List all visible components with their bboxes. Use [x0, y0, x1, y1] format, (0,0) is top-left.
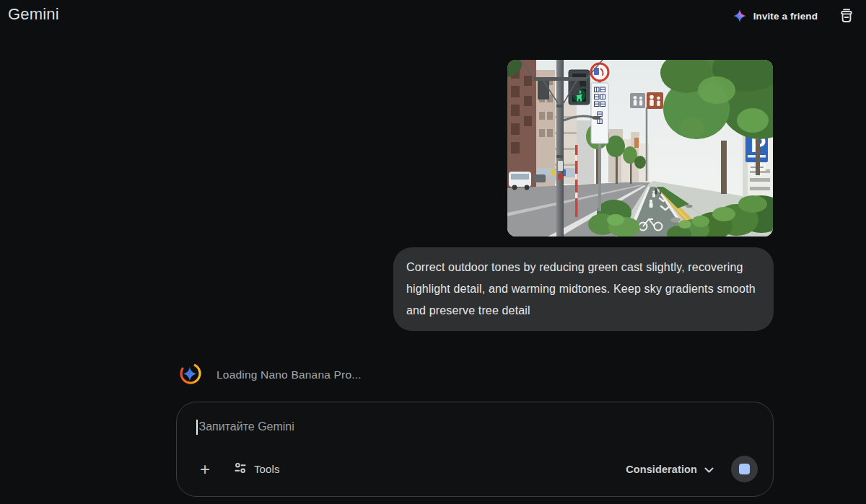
header: Gemini	[0, 0, 866, 32]
invite-a-friend-label: Invite a friend	[753, 11, 818, 22]
composer-toolbar: + Tools Consideration	[196, 456, 758, 482]
prompt-input-area	[196, 417, 756, 436]
archive-icon[interactable]	[838, 7, 855, 25]
sliders-icon	[234, 461, 247, 477]
chevron-down-icon	[704, 463, 714, 476]
street-photo-illustration: P	[507, 60, 773, 236]
header-actions: Invite a friend	[732, 0, 855, 32]
prompt-input[interactable]	[199, 418, 756, 436]
model-selector[interactable]: Consideration	[624, 460, 715, 479]
loading-spinner-icon	[179, 362, 202, 388]
model-loading-status: Loading Nano Banana Pro...	[179, 363, 362, 386]
invite-a-friend-button[interactable]: Invite a friend	[732, 9, 818, 23]
model-selector-label: Consideration	[626, 464, 697, 475]
composer-toolbar-left: + Tools	[196, 459, 280, 479]
prompt-composer: + Tools Consideration	[176, 402, 774, 497]
stop-generation-button[interactable]	[731, 456, 758, 482]
text-cursor	[196, 420, 198, 435]
tools-label: Tools	[254, 463, 280, 475]
stop-icon	[739, 464, 750, 474]
add-attachment-button[interactable]: +	[196, 459, 214, 479]
gemini-sparkle-icon	[732, 9, 747, 23]
user-message-text: Correct outdoor tones by reducing green …	[406, 261, 756, 317]
gemini-app: Gemini	[0, 0, 866, 504]
tools-button[interactable]: Tools	[234, 461, 280, 477]
gemini-logo[interactable]: Gemini	[8, 5, 59, 24]
user-message-bubble: Correct outdoor tones by reducing green …	[393, 247, 774, 331]
composer-toolbar-right: Consideration	[624, 456, 758, 482]
uploaded-street-photo[interactable]: P	[507, 60, 773, 236]
loading-status-text: Loading Nano Banana Pro...	[216, 368, 362, 381]
